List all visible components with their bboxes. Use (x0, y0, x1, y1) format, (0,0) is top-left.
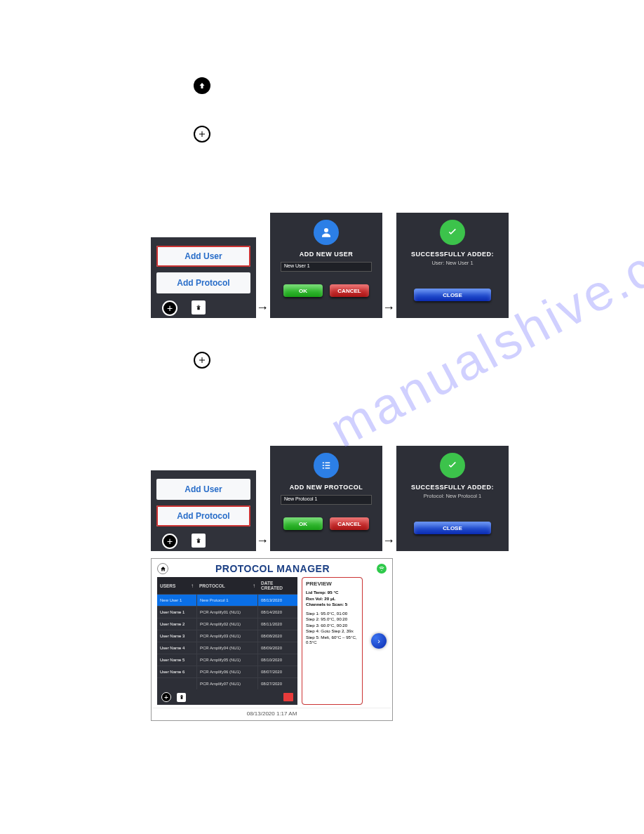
new-protocol-input[interactable]: New Protocol 1 (281, 495, 372, 505)
cell-user: User Name 2 (157, 618, 196, 630)
cell-protocol: PCR Amplify06 (NU1) (196, 666, 258, 677)
cell-date: 08/13/2020 (258, 595, 297, 606)
new-user-input[interactable]: New User 1 (281, 262, 372, 272)
add-user-option[interactable]: Add User (156, 246, 250, 267)
status-time: 08/13/2020 1:17 AM (153, 708, 391, 719)
add-protocol-success: SUCCESSFULLY ADDED: Protocol: New Protoc… (396, 446, 509, 551)
arrow-icon: → (382, 300, 395, 315)
preview-step: Step 4: Goto Step 2, 39x (306, 628, 358, 633)
cell-date: 08/07/2020 (258, 666, 297, 677)
svg-rect-3 (323, 465, 324, 466)
table-row[interactable]: PCR Amplify07 (NU1)08/27/2020 (157, 677, 297, 689)
col-users[interactable]: USERS (160, 583, 175, 588)
page-title: PROTOCOL MANAGER (168, 563, 377, 574)
svg-rect-2 (326, 463, 330, 464)
table-row[interactable]: User Name 6PCR Amplify06 (NU1)08/07/2020 (157, 666, 297, 677)
close-button[interactable]: CLOSE (414, 522, 491, 534)
preview-step: Step 3: 60.0°C, 00:20 (306, 623, 358, 628)
plus-icon (194, 352, 210, 369)
wifi-icon (377, 564, 387, 574)
preview-rxn: Rxn Vol: 20 µL (306, 596, 335, 601)
protocol-table: USERS↑ PROTOCOL↑ DATE CREATED New User 1… (157, 577, 297, 705)
cell-date: 08/10/2020 (258, 654, 297, 666)
next-button[interactable]: › (371, 633, 387, 649)
arrow-icon: → (256, 300, 269, 315)
sort-icon[interactable]: ↑ (191, 583, 194, 589)
home-button[interactable] (157, 563, 168, 574)
user-icon (314, 220, 339, 245)
ok-button[interactable]: OK (283, 517, 323, 530)
delete-icon[interactable] (192, 534, 206, 548)
arrow-icon: → (382, 534, 395, 548)
table-row[interactable]: User Name 1PCR Amplify01 (NU1)08/14/2020 (157, 606, 297, 618)
close-button[interactable]: CLOSE (414, 289, 491, 301)
plus-icon (194, 126, 210, 143)
cell-user: User Name 1 (157, 607, 196, 618)
table-row[interactable]: User Name 4PCR Amplify04 (NU1)08/09/2020 (157, 642, 297, 654)
cell-protocol: PCR Amplify05 (NU1) (196, 654, 258, 666)
up-arrow-icon (194, 77, 210, 94)
add-user-dialog: ADD NEW USER New User 1 OK CANCEL (270, 213, 382, 318)
protocol-icon (314, 453, 339, 478)
svg-rect-4 (326, 465, 330, 466)
svg-rect-6 (326, 468, 330, 469)
cell-user: User Name 6 (157, 666, 196, 677)
sort-icon[interactable]: ↑ (253, 583, 255, 589)
add-user-success: SUCCESSFULLY ADDED: User: New User 1 CLO… (396, 213, 509, 318)
dialog-title: ADD NEW PROTOCOL (290, 484, 363, 491)
preview-title: PREVIEW (306, 581, 358, 587)
cell-protocol: New Protocol 1 (196, 595, 258, 606)
arrow-icon: → (256, 534, 269, 548)
add-protocol-option[interactable]: Add Protocol (156, 505, 250, 527)
table-header: USERS↑ PROTOCOL↑ DATE CREATED (157, 577, 297, 594)
cell-user: User Name 4 (157, 642, 196, 654)
table-row[interactable]: User Name 5PCR Amplify05 (NU1)08/10/2020 (157, 654, 297, 666)
cell-user: User Name 5 (157, 654, 196, 666)
preview-step: Step 5: Melt, 60°C – 95°C, 0.5°C (306, 635, 358, 644)
svg-rect-1 (323, 463, 324, 464)
add-icon[interactable]: + (161, 692, 171, 702)
check-icon (440, 453, 465, 478)
cell-date: 08/27/2020 (258, 678, 297, 689)
add-protocol-dialog: ADD NEW PROTOCOL New Protocol 1 OK CANCE… (270, 446, 382, 551)
cell-protocol: PCR Amplify03 (NU1) (196, 630, 258, 642)
cell-user: New User 1 (157, 595, 196, 606)
cell-protocol: PCR Amplify02 (NU1) (196, 618, 258, 630)
add-icon[interactable]: + (162, 534, 177, 549)
svg-point-0 (324, 228, 328, 232)
dialog-title: SUCCESSFULLY ADDED: (411, 251, 494, 258)
cell-protocol: PCR Amplify01 (NU1) (196, 607, 258, 618)
add-user-option[interactable]: Add User (156, 479, 250, 500)
table-row[interactable]: User Name 3PCR Amplify03 (NU1)08/08/2020 (157, 630, 297, 642)
add-icon[interactable]: + (162, 300, 177, 316)
svg-rect-5 (323, 468, 324, 469)
cell-user: User Name 3 (157, 630, 196, 642)
delete-icon[interactable] (192, 300, 206, 315)
cell-protocol: PCR Amplify04 (NU1) (196, 642, 258, 654)
add-protocol-option[interactable]: Add Protocol (156, 272, 250, 293)
popup-menu-1: Add User Add Protocol + (151, 237, 256, 318)
table-row[interactable]: User Name 2PCR Amplify02 (NU1)08/11/2020 (157, 618, 297, 630)
preview-step: Step 1: 95.0°C, 01:00 (306, 611, 358, 616)
check-icon (440, 220, 465, 245)
cell-date: 08/14/2020 (258, 607, 297, 618)
cell-protocol: PCR Amplify07 (NU1) (196, 678, 258, 689)
col-protocol[interactable]: PROTOCOL (199, 583, 225, 588)
preview-lid: Lid Temp: 95 °C (306, 590, 338, 595)
ok-button[interactable]: OK (283, 284, 323, 297)
dialog-subtitle: User: New User 1 (431, 260, 473, 266)
cell-date: 08/11/2020 (258, 618, 297, 630)
table-row[interactable]: New User 1New Protocol 108/13/2020 (157, 594, 297, 606)
col-date[interactable]: DATE CREATED (258, 577, 297, 594)
cell-user (157, 678, 196, 689)
cancel-button[interactable]: CANCEL (330, 517, 369, 530)
cancel-button[interactable]: CANCEL (330, 284, 369, 297)
cell-date: 08/09/2020 (258, 642, 297, 654)
cell-date: 08/08/2020 (258, 630, 297, 642)
preview-chan: Channels to Scan: 5 (306, 602, 347, 607)
dialog-title: SUCCESSFULLY ADDED: (411, 484, 494, 491)
protocol-manager-window: PROTOCOL MANAGER USERS↑ PROTOCOL↑ DATE C… (151, 558, 393, 721)
delete-icon[interactable] (177, 693, 186, 702)
preview-step: Step 2: 95.0°C, 00:20 (306, 616, 358, 621)
folder-delete-icon[interactable] (283, 693, 293, 701)
